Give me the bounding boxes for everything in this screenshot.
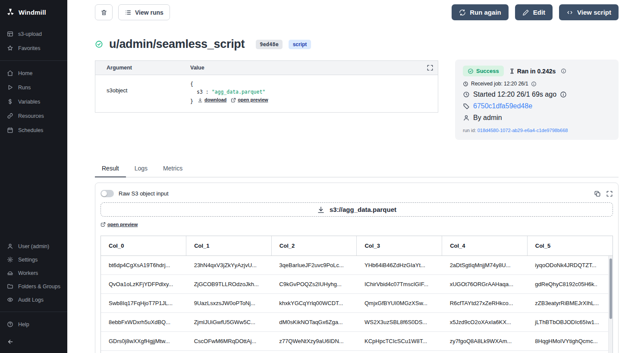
sidebar-item-label: Schedules	[18, 127, 43, 133]
grid-icon	[7, 31, 13, 37]
job-id-link[interactable]: 6750c1dfa59ed48e	[473, 102, 532, 110]
table-cell: QmjxGfBYUI0MGzXSw...	[357, 294, 442, 313]
sidebar-item-folders-groups[interactable]: Folders & Groups	[0, 280, 67, 293]
argument-column-header: Argument	[95, 65, 190, 71]
run-id-label: run id:	[463, 128, 476, 133]
table-scrollbar-track	[608, 256, 613, 353]
view-script-button[interactable]: View script	[559, 4, 619, 20]
download-link[interactable]: download	[198, 96, 226, 104]
result-tabs: ResultLogsMetrics	[95, 161, 619, 177]
result-open-preview-label: open preview	[107, 222, 138, 227]
table-cell: IChirVbid4c07TmscIGIF...	[357, 275, 442, 294]
table-cell: ZjGCOB9TLLROdzoJkh...	[186, 275, 272, 294]
star-icon	[7, 45, 13, 51]
copy-result-icon[interactable]	[594, 190, 601, 197]
pencil-icon	[522, 9, 529, 16]
raw-s3-toggle-label: Raw S3 object input	[119, 190, 169, 197]
helmet-icon	[7, 270, 13, 276]
expand-result-icon[interactable]	[606, 190, 613, 197]
play-icon	[7, 84, 13, 91]
sidebar-item-variables[interactable]: Variables	[0, 95, 67, 109]
code-icon	[566, 9, 573, 16]
sidebar-main-group: HomeRunsVariablesResourcesSchedules	[0, 66, 67, 137]
argument-value: { s3 : "agg_data.parquet" }downloadopen …	[190, 80, 438, 105]
tag-icon	[463, 103, 470, 110]
result-open-preview-link[interactable]: open preview	[101, 222, 138, 227]
external-link-icon	[101, 222, 106, 227]
run-id-row: run id: 018d4580-1072-ab29-e6a4-c1de9798…	[463, 128, 611, 133]
table-cell: KCpHpcTCIcSCu1W8T...	[357, 332, 442, 351]
started-info-icon[interactable]	[560, 91, 567, 98]
sidebar: Windmill s3-uploadFavorites HomeRunsVari…	[0, 0, 67, 353]
page-title: u/admin/seamless_script	[109, 38, 245, 51]
sidebar-item-user-admin[interactable]: User (admin)	[0, 240, 67, 253]
table-cell: C9kGvPOQZs2IUHyhg...	[271, 275, 357, 294]
sidebar-item-favorites[interactable]: Favorites	[0, 41, 67, 55]
table-cell: 8HqgHMoIVYtighQcmc...	[527, 332, 613, 351]
table-cell: 23hN4qxV3jZkYyAzjvU...	[186, 256, 272, 275]
sidebar-item-label: Help	[18, 321, 29, 328]
sidebar-item-label: Resources	[18, 113, 44, 119]
delete-run-button[interactable]	[95, 4, 113, 20]
sidebar-item-settings[interactable]: Settings	[0, 253, 67, 266]
workspace-logo[interactable]: Windmill	[0, 4, 67, 27]
table-scrollbar-thumb[interactable]	[609, 258, 612, 319]
sidebar-collapse-button[interactable]	[0, 336, 67, 348]
table-row: 8ebbFxWDxrh5uXdBQ...ZjmlJUiGwfU5GWw5C...…	[101, 313, 613, 332]
table-cell: 2aDtSgtIqMnjjM74y8U...	[442, 256, 528, 275]
sidebar-item-audit-logs[interactable]: Audit Logs	[0, 293, 67, 306]
view-runs-button[interactable]: View runs	[118, 4, 170, 20]
expand-args-icon[interactable]	[427, 64, 434, 71]
tab-logs[interactable]: Logs	[128, 161, 154, 177]
result-panel: Raw S3 object input s3://agg_data.parque…	[95, 183, 619, 353]
table-cell: xUGOt76ORGrAAHaqa...	[442, 275, 528, 294]
job-status-card: Success Ran in 0.242s Received job: 12:2…	[455, 60, 619, 140]
sidebar-item-schedules[interactable]: Schedules	[0, 123, 67, 137]
clock-icon	[463, 91, 470, 98]
run-again-button[interactable]: Run again	[452, 4, 509, 20]
home-icon	[7, 70, 13, 76]
main-content: View runs Run again Edit View script	[67, 0, 644, 353]
run-id-link[interactable]: 018d4580-1072-ab29-e6a4-c1de9798b668	[478, 128, 568, 133]
sidebar-item-s3-upload[interactable]: s3-upload	[0, 27, 67, 41]
raw-s3-toggle[interactable]	[101, 190, 114, 197]
table-cell: bt6dp4CgXsA19T6hdrj...	[101, 256, 186, 275]
sidebar-item-help[interactable]: Help	[0, 317, 67, 331]
refresh-icon	[459, 9, 466, 16]
s3-file-download-button[interactable]: s3://agg_data.parquet	[101, 202, 613, 217]
table-cell: iyqoODoNk4JRDQTZT...	[527, 256, 613, 275]
table-cell: gdReQhyC8192c05H6k..	[527, 275, 613, 294]
list-icon	[125, 9, 132, 16]
sidebar-item-runs[interactable]: Runs	[0, 80, 67, 95]
json-string-value: "agg_data.parquet"	[212, 89, 266, 95]
download-icon	[317, 206, 325, 214]
calendar-icon	[7, 127, 13, 133]
tab-result[interactable]: Result	[95, 161, 126, 177]
sidebar-item-label: Settings	[18, 257, 38, 263]
column-header: Col_3	[357, 236, 442, 256]
table-row: bt6dp4CgXsA19T6hdrj...23hN4qxV3jZkYyAzjv…	[101, 256, 613, 275]
sidebar-item-resources[interactable]: Resources	[0, 109, 67, 123]
sidebar-divider	[0, 60, 67, 61]
tab-metrics[interactable]: Metrics	[156, 161, 189, 177]
gear-icon	[7, 256, 13, 263]
table-cell: z77QWeNtXzy9aU6IDN...	[271, 332, 357, 351]
download-label: download	[204, 96, 226, 104]
edit-button[interactable]: Edit	[515, 4, 553, 20]
received-info-icon[interactable]	[531, 81, 537, 87]
triggered-by-label: By admin	[473, 114, 502, 122]
sidebar-item-workers[interactable]: Workers	[0, 266, 67, 280]
table-cell: GDrs0j8wXXgfHgjjMtw...	[101, 332, 186, 351]
table-cell: dM0sKikNOTaqGx6Zga...	[271, 313, 357, 332]
json-brace-open: {	[190, 80, 438, 88]
table-cell: Swb8Iq17FqHjoT7P1JL...	[101, 294, 186, 313]
table-cell: QvOa1oLzKFjYDFPdlxy...	[101, 275, 186, 294]
sidebar-item-home[interactable]: Home	[0, 66, 67, 80]
open-preview-link[interactable]: open preview	[231, 96, 268, 104]
duration-info-icon[interactable]	[561, 68, 566, 74]
sidebar-item-label: Favorites	[18, 45, 40, 51]
s3-file-label: s3://agg_data.parquet	[330, 206, 396, 213]
column-header: Col_5	[527, 236, 613, 256]
sidebar-admin-group: User (admin)SettingsWorkersFolders & Gro…	[0, 240, 67, 306]
sidebar-item-label: User (admin)	[18, 243, 49, 249]
